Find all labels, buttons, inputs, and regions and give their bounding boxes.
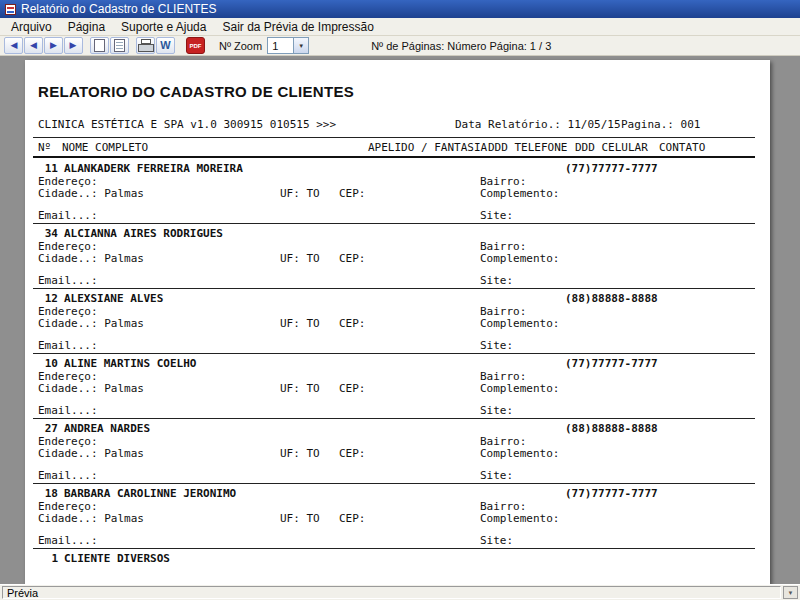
- record-separator: [33, 223, 755, 224]
- site-label: Site:: [480, 275, 513, 286]
- client-record: 18 BARBARA CAROLINNE JERONIMO (77)77777-…: [25, 486, 770, 551]
- cep-label: CEP:: [339, 253, 366, 264]
- client-id: 1: [38, 553, 58, 564]
- client-record: 1 CLIENTE DIVERSOS Endereço: Bairro: Cid…: [25, 551, 770, 565]
- menu-arquivo[interactable]: Arquivo: [3, 19, 60, 35]
- pages-info: Nº de Páginas: Número Página: 1 / 3: [371, 40, 551, 52]
- client-name-line: 11 ALANKADERK FERREIRA MOREIRA (77)77777…: [25, 163, 770, 174]
- cidade-field: Cidade..: Palmas: [38, 253, 144, 264]
- scroll-down-icon: ▼: [788, 590, 794, 596]
- cidade-value: Palmas: [104, 382, 144, 395]
- preview-area: RELATORIO DO CADASTRO DE CLIENTES CLINIC…: [0, 56, 800, 584]
- client-name: BARBARA CAROLINNE JERONIMO: [64, 488, 236, 499]
- endereco-label: Endereço:: [38, 436, 98, 447]
- prev-page-button[interactable]: ◀: [24, 37, 43, 54]
- client-record: 11 ALANKADERK FERREIRA MOREIRA (77)77777…: [25, 161, 770, 226]
- bairro-label: Bairro:: [480, 436, 526, 447]
- record-separator: [33, 288, 755, 289]
- client-city-line: Cidade..: Palmas UF: TO CEP: Complemento…: [25, 318, 770, 329]
- single-page-icon: [94, 39, 105, 52]
- app-icon: [5, 4, 16, 15]
- single-page-view-button[interactable]: [90, 37, 109, 54]
- client-name: ALCIANNA AIRES RODRIGUES: [64, 228, 223, 239]
- export-pdf-button[interactable]: PDF: [186, 37, 205, 54]
- print-button[interactable]: [136, 37, 155, 54]
- cidade-field: Cidade..: Palmas: [38, 383, 144, 394]
- email-label: Email...:: [38, 405, 98, 416]
- cidade-field: Cidade..: Palmas: [38, 318, 144, 329]
- client-email-line: Email...: Site:: [25, 405, 770, 416]
- prev-page-icon: ◀: [30, 41, 37, 50]
- record-separator: [33, 483, 755, 484]
- menu-suporte-e-ajuda[interactable]: Suporte e Ajuda: [113, 19, 214, 35]
- uf-value: TO: [307, 317, 320, 330]
- cidade-value: Palmas: [104, 512, 144, 525]
- menu-sair-da-previa[interactable]: Sair da Prévia de Impressão: [214, 19, 381, 35]
- record-separator: [33, 418, 755, 419]
- cep-label: CEP:: [339, 318, 366, 329]
- cep-label: CEP:: [339, 383, 366, 394]
- cidade-field: Cidade..: Palmas: [38, 188, 144, 199]
- client-city-line: Cidade..: Palmas UF: TO CEP: Complemento…: [25, 383, 770, 394]
- col-contato: CONTATO: [659, 142, 705, 153]
- export-word-button[interactable]: W: [156, 37, 175, 54]
- complemento-label: Complemento:: [480, 383, 559, 394]
- page-lines-icon: [114, 39, 125, 52]
- last-page-button[interactable]: ▶: [64, 37, 83, 54]
- client-name: CLIENTE DIVERSOS: [64, 553, 170, 564]
- column-header-row: Nº NOME COMPLETO APELIDO / FANTASIA DDD …: [25, 142, 770, 153]
- status-text: Prévia: [7, 587, 38, 599]
- endereco-label: Endereço:: [38, 371, 98, 382]
- bairro-label: Bairro:: [480, 501, 526, 512]
- uf-field: UF: TO: [280, 448, 320, 459]
- scrollbar-down-button[interactable]: ▼: [783, 586, 798, 599]
- uf-value: TO: [307, 512, 320, 525]
- cep-label: CEP:: [339, 448, 366, 459]
- menubar: Arquivo Página Suporte e Ajuda Sair da P…: [0, 18, 800, 36]
- uf-value: TO: [307, 187, 320, 200]
- site-label: Site:: [480, 340, 513, 351]
- client-id: 27: [38, 423, 58, 434]
- client-record: 10 ALINE MARTINS COELHO (77)77777-7777 E…: [25, 356, 770, 421]
- next-page-button[interactable]: ▶: [44, 37, 63, 54]
- printer-icon: [138, 39, 154, 52]
- client-id: 11: [38, 163, 58, 174]
- col-ddd-celular: DDD CELULAR: [575, 142, 648, 153]
- client-email-line: Email...: Site:: [25, 210, 770, 221]
- cidade-value: Palmas: [104, 447, 144, 460]
- email-label: Email...:: [38, 470, 98, 481]
- bairro-label: Bairro:: [480, 241, 526, 252]
- report-date: Data Relatório.: 11/05/15: [455, 119, 621, 130]
- uf-field: UF: TO: [280, 383, 320, 394]
- complemento-label: Complemento:: [480, 448, 559, 459]
- client-phone: (88)88888-8888: [565, 293, 658, 304]
- client-name-line: 12 ALEXSIANE ALVES (88)88888-8888: [25, 293, 770, 304]
- client-email-line: Email...: Site:: [25, 535, 770, 546]
- record-separator: [33, 548, 755, 549]
- menu-pagina[interactable]: Página: [60, 19, 113, 35]
- site-label: Site:: [480, 535, 513, 546]
- next-page-icon: ▶: [50, 41, 57, 50]
- endereco-label: Endereço:: [38, 241, 98, 252]
- client-name-line: 1 CLIENTE DIVERSOS: [25, 553, 770, 564]
- zoom-select[interactable]: 1 ▼: [267, 37, 309, 54]
- client-record: 34 ALCIANNA AIRES RODRIGUES Endereço: Ba…: [25, 226, 770, 291]
- header-rule-top: [33, 137, 755, 138]
- uf-value: TO: [307, 252, 320, 265]
- site-label: Site:: [480, 405, 513, 416]
- zoom-dropdown-button[interactable]: ▼: [293, 38, 308, 53]
- client-phone: (77)77777-7777: [565, 358, 658, 369]
- page-width-view-button[interactable]: [110, 37, 129, 54]
- client-email-line: Email...: Site:: [25, 340, 770, 351]
- complemento-label: Complemento:: [480, 513, 559, 524]
- first-page-button[interactable]: ◀: [4, 37, 23, 54]
- cidade-value: Palmas: [104, 317, 144, 330]
- zoom-label: Nº Zoom: [219, 40, 262, 52]
- site-label: Site:: [480, 470, 513, 481]
- report-pageno: Pagina.: 001: [621, 119, 700, 130]
- client-city-line: Cidade..: Palmas UF: TO CEP: Complemento…: [25, 253, 770, 264]
- client-name-line: 10 ALINE MARTINS COELHO (77)77777-7777: [25, 358, 770, 369]
- bairro-label: Bairro:: [480, 306, 526, 317]
- client-name: ANDREA NARDES: [64, 423, 150, 434]
- endereco-label: Endereço:: [38, 176, 98, 187]
